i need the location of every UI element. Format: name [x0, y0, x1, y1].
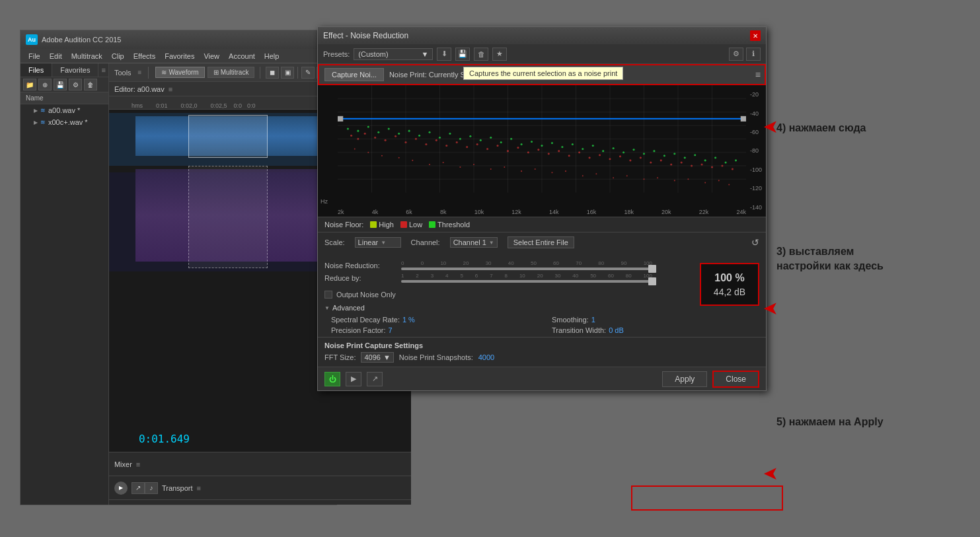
svg-point-38	[517, 147, 519, 149]
legend-low: Low	[400, 221, 422, 229]
wt-btn-3[interactable]: ✎	[301, 67, 315, 79]
tools-menu-btn[interactable]: ≡	[138, 69, 142, 76]
folder-open-btn[interactable]: 📁	[23, 79, 36, 90]
apply-button[interactable]: Apply	[662, 371, 707, 387]
output-noise-checkbox[interactable]	[324, 291, 332, 299]
export-icon-btn[interactable]: ↗	[367, 372, 383, 386]
star-preset-btn[interactable]: ★	[492, 48, 507, 61]
play-icon-btn[interactable]: ▶	[346, 372, 361, 386]
svg-point-101	[500, 141, 502, 143]
svg-point-84	[718, 180, 720, 181]
menu-help[interactable]: Help	[260, 51, 283, 61]
value-box: 100 % 44,2 dB	[700, 263, 759, 306]
output-noise-row: Output Noise Only	[318, 288, 766, 301]
smoothing-value: 1	[591, 316, 595, 324]
channel-dropdown[interactable]: Channel 1 ▼	[450, 237, 498, 248]
tab-favorites[interactable]: Favorites	[52, 63, 98, 77]
menu-file[interactable]: File	[24, 51, 44, 61]
svg-point-112	[613, 147, 615, 149]
menu-clip[interactable]: Clip	[108, 51, 128, 61]
info-icon-btn[interactable]: ℹ	[746, 48, 761, 61]
divider3	[297, 67, 298, 79]
delete-preset-btn[interactable]: 🗑	[474, 48, 488, 61]
precision-row: Precision Factor: 7	[331, 326, 539, 334]
capture-noise-btn[interactable]: Capture Noi...	[324, 68, 384, 81]
dialog-close-button[interactable]: ✕	[750, 30, 761, 41]
presets-dropdown[interactable]: (Custom) ▼	[354, 48, 433, 60]
multitrack-label: Multitrack	[221, 69, 249, 76]
scale-dropdown-arrow: ▼	[381, 240, 386, 246]
noise-print-settings-icon[interactable]: ≡	[755, 69, 761, 80]
snapshots-value: 4000	[478, 353, 494, 361]
db-label-60: -60	[750, 129, 762, 135]
rb-thumb[interactable]	[648, 277, 656, 285]
svg-point-26	[395, 135, 396, 137]
advanced-label: Advanced	[332, 304, 365, 312]
reset-btn[interactable]: ↺	[751, 237, 759, 248]
svg-point-103	[521, 143, 523, 145]
wt-btn-2[interactable]: ▣	[281, 67, 294, 79]
menu-view[interactable]: View	[200, 51, 223, 61]
svg-point-65	[429, 164, 430, 165]
reduce-by-slider[interactable]	[401, 280, 652, 283]
svg-point-78	[626, 175, 628, 176]
close-button[interactable]: Close	[712, 371, 759, 388]
power-icon-btn[interactable]: ⏻	[324, 372, 340, 386]
settings-icon-btn[interactable]: ⚙	[729, 48, 743, 61]
noise-reduction-slider[interactable]	[401, 268, 652, 270]
panel-tabs: Files Favorites ≡	[20, 63, 108, 77]
svg-point-31	[445, 145, 447, 147]
freq-2k: 2k	[338, 209, 344, 215]
menu-multitrack[interactable]: Multitrack	[67, 51, 106, 61]
play-button[interactable]: ▶	[114, 482, 128, 495]
file-name-x00c: x00c+.wav *	[48, 118, 88, 126]
svg-point-35	[486, 148, 488, 150]
annotation-step4: 4) нажмаем сюда	[776, 122, 866, 134]
svg-point-100	[490, 137, 492, 139]
audition-title: Adobe Audition CC 2015	[42, 36, 121, 44]
file-item-x00c[interactable]: ▶ ≋ x00c+.wav *	[20, 116, 108, 128]
svg-point-50	[640, 157, 642, 159]
scale-dropdown[interactable]: Linear ▼	[355, 237, 401, 248]
import-btn[interactable]: ⊕	[38, 79, 52, 90]
svg-point-22	[357, 138, 359, 140]
save-preset-btn[interactable]: 💾	[455, 48, 470, 61]
menu-favorites[interactable]: Favorites	[161, 51, 198, 61]
freq-20k: 20k	[661, 209, 671, 215]
channel-value: Channel 1	[453, 238, 486, 246]
save-btn[interactable]: 💾	[54, 79, 67, 90]
svg-point-106	[551, 142, 553, 144]
advanced-header[interactable]: ▼ Advanced	[324, 304, 759, 312]
svg-point-67	[459, 166, 461, 168]
waveform-btn[interactable]: ≋ Waveform	[155, 67, 204, 78]
annotation-step3: 3) выставляемнастройки как здесь	[776, 244, 884, 274]
menu-effects[interactable]: Effects	[130, 51, 159, 61]
ruler-mark-4: 0:0	[234, 102, 243, 109]
svg-point-37	[507, 150, 509, 152]
delete-btn[interactable]: 🗑	[84, 79, 97, 90]
menu-edit[interactable]: Edit	[46, 51, 66, 61]
menu-account[interactable]: Account	[225, 51, 259, 61]
reduce-by-row: Reduce by: 1234567810203040506080100	[324, 273, 759, 283]
tab-files[interactable]: Files	[20, 63, 52, 77]
svg-point-96	[449, 133, 451, 135]
fft-dropdown[interactable]: 4096 ▼	[361, 352, 393, 363]
svg-point-124	[735, 159, 737, 161]
snapshots-label: Noise Print Snapshots:	[399, 353, 473, 361]
svg-point-88	[367, 126, 369, 128]
nr-thumb[interactable]	[648, 265, 656, 273]
download-preset-btn[interactable]: ⬇	[437, 48, 451, 61]
wt-btn-1[interactable]: ◼	[266, 67, 279, 79]
settings-btn[interactable]: ⚙	[69, 79, 82, 90]
multitrack-btn[interactable]: ⊞ Multitrack	[207, 67, 255, 78]
scale-channel-row: Scale: Linear ▼ Channel: Channel 1 ▼ Sel…	[324, 236, 759, 248]
select-entire-file-btn[interactable]: Select Entire File	[508, 236, 574, 248]
export-btn[interactable]: ↗	[132, 482, 145, 494]
freq-22k: 22k	[699, 209, 709, 215]
svg-point-111	[602, 150, 604, 152]
file-item-a00[interactable]: ▶ ≋ a00.wav *	[20, 104, 108, 116]
svg-point-33	[466, 146, 468, 148]
volume-btn[interactable]: ♪	[145, 482, 158, 494]
panel-menu-btn[interactable]: ≡	[98, 63, 108, 77]
svg-point-116	[653, 150, 655, 152]
